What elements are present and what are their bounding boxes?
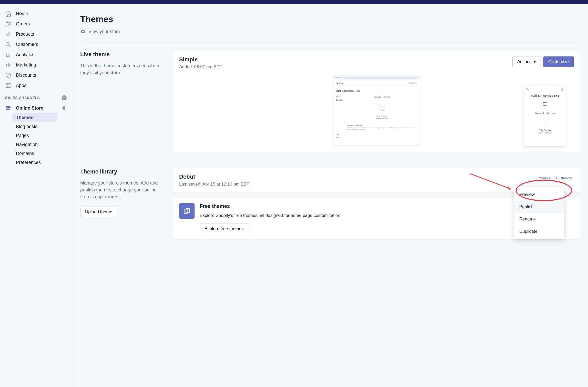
discount-icon <box>5 72 11 78</box>
customize-button[interactable]: Customize <box>554 173 574 182</box>
svg-rect-5 <box>6 86 8 88</box>
preview-no-image: No image <box>347 109 417 111</box>
sidebar-item-marketing[interactable]: Marketing <box>0 60 72 70</box>
preview-cart-label: Cart (0) <box>411 82 417 84</box>
subnav-item-domains[interactable]: Domains <box>12 149 57 158</box>
sidebar-item-customers[interactable]: Customers <box>0 39 72 50</box>
subnav-item-blog-posts[interactable]: Blog posts <box>12 122 57 131</box>
mobile-preview-collection: Featured collection <box>526 112 564 114</box>
home-icon <box>5 11 11 17</box>
preview-featured-collection: Featured collection <box>347 96 417 98</box>
cart-icon: 🛒 <box>561 88 564 91</box>
mobile-preview-product: Fake Product <box>526 129 564 131</box>
preview-brand-heading: Talk about your brand <box>347 124 417 126</box>
live-theme-info: Live theme This is the theme customers s… <box>80 51 165 152</box>
svg-point-7 <box>64 108 65 109</box>
dropdown-item-publish[interactable]: Publish <box>514 201 564 213</box>
customize-button[interactable]: Customize <box>543 56 574 67</box>
sidebar-item-products[interactable]: Products <box>0 29 72 39</box>
free-themes-title: Free themes <box>200 203 341 209</box>
svg-rect-4 <box>9 83 10 85</box>
preview-store-name: Staff Enterprises Test <box>336 88 417 96</box>
divider <box>80 160 580 160</box>
chevron-down-icon: ▾ <box>549 176 550 180</box>
sidebar-item-online-store[interactable]: Online Store <box>0 103 72 113</box>
preview-product-name: Fake Product <box>347 115 417 117</box>
sidebar-item-analytics[interactable]: Analytics <box>0 50 72 60</box>
sidebar-item-label: Home <box>16 11 28 16</box>
preview-brand-text: Use this text to share information about… <box>347 127 417 131</box>
sales-channels-label: SALES CHANNELS <box>5 96 40 100</box>
theme-added-time: Added: 08:07 pm EDT <box>179 64 222 70</box>
preview-nav-catalog: Catalog <box>336 99 342 101</box>
sidebar-item-apps[interactable]: Apps <box>0 80 72 91</box>
sidebar-item-discounts[interactable]: Discounts <box>0 70 72 80</box>
apps-icon <box>5 82 11 89</box>
free-themes-icon <box>179 203 195 219</box>
upload-theme-button[interactable]: Upload theme <box>80 207 117 217</box>
svg-rect-3 <box>6 83 8 85</box>
search-icon: 🔍 <box>526 88 529 91</box>
subnav-item-pages[interactable]: Pages <box>12 131 57 140</box>
debut-theme-card: Debut Last saved: Apr 15 at 12:10 pm EDT… <box>173 168 580 192</box>
view-store-link[interactable]: View your store <box>80 29 580 34</box>
preview-search-label: Search <box>338 82 344 84</box>
free-themes-description: Explore Shopify's free themes, all desig… <box>200 212 341 219</box>
sidebar-item-label: Customers <box>16 42 38 47</box>
dropdown-item-rename[interactable]: Rename <box>514 213 564 225</box>
section-description: This is the theme customers see when the… <box>80 62 165 76</box>
dropdown-item-preview[interactable]: Preview <box>514 188 564 201</box>
tag-icon <box>5 31 11 37</box>
divider <box>80 43 580 43</box>
analytics-icon <box>5 52 11 58</box>
subnav-item-navigation[interactable]: Navigation <box>12 140 57 149</box>
svg-point-0 <box>7 33 7 33</box>
theme-name: Simple <box>179 56 222 63</box>
section-heading: Theme library <box>80 168 165 175</box>
add-channel-icon[interactable]: + <box>62 95 67 100</box>
store-icon <box>5 105 11 111</box>
theme-last-saved: Last saved: Apr 15 at 12:10 pm EDT <box>179 182 249 187</box>
theme-library-section: Theme library Manage your store's themes… <box>80 168 580 239</box>
section-description: Manage your store's themes. Add and publ… <box>80 180 165 200</box>
person-icon <box>5 41 11 47</box>
sidebar-item-label: Products <box>16 32 34 37</box>
eye-icon <box>80 29 86 34</box>
subnav-item-themes[interactable]: Themes <box>12 113 57 122</box>
browser-chrome <box>333 75 420 80</box>
theme-name: Debut <box>179 173 249 180</box>
sidebar: Home Orders Products Customers Analytics <box>0 4 72 387</box>
actions-label: Actions <box>517 59 532 64</box>
view-store-label: View your store <box>88 29 120 34</box>
chevron-down-icon: ▾ <box>534 59 536 64</box>
actions-dropdown: Preview Publish Rename Duplicate <box>514 187 564 239</box>
sidebar-item-label: Orders <box>16 21 30 27</box>
preview-links-label: Links <box>336 134 340 136</box>
theme-library-info: Theme library Manage your store's themes… <box>80 168 165 239</box>
actions-label: Actions <box>536 176 548 180</box>
sidebar-item-home[interactable]: Home <box>0 8 72 19</box>
eye-icon[interactable] <box>62 105 67 111</box>
dropdown-item-duplicate[interactable]: Duplicate <box>514 225 564 238</box>
page-title: Themes <box>80 14 580 24</box>
subnav-item-preferences[interactable]: Preferences <box>12 158 57 167</box>
live-theme-section: Live theme This is the theme customers s… <box>80 51 580 152</box>
theme-preview: 🔍 Search 🛒 Cart (0) Staff Enterprises Te… <box>179 75 574 147</box>
sidebar-item-label: Analytics <box>16 52 34 57</box>
main-content: Themes View your store Live theme This i… <box>72 4 588 387</box>
mobile-preview-store-name: Staff Enterprises Test <box>526 94 564 98</box>
actions-button[interactable]: Actions ▾ <box>512 56 541 67</box>
sidebar-item-orders[interactable]: Orders <box>0 19 72 29</box>
actions-button[interactable]: Actions ▾ <box>535 173 552 182</box>
sales-channels-header: SALES CHANNELS + <box>0 91 72 103</box>
svg-point-1 <box>7 42 9 44</box>
preview-nav-home: Home <box>336 96 342 98</box>
live-theme-card: Simple Added: 08:07 pm EDT Actions ▾ Cus… <box>173 51 580 152</box>
mobile-preview-price: $1.00 — Sold Out <box>526 132 564 134</box>
explore-free-themes-button[interactable]: Explore free themes <box>200 224 248 234</box>
sidebar-item-label: Online Store <box>16 105 43 111</box>
preview-links-search: Search <box>336 137 417 138</box>
sidebar-item-label: Discounts <box>16 73 36 78</box>
svg-rect-6 <box>9 86 10 88</box>
orders-icon <box>5 21 11 27</box>
